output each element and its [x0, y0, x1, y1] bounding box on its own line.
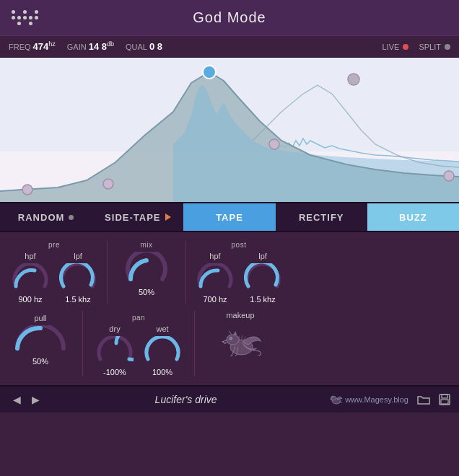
wet-arc-svg: [144, 336, 181, 362]
logo-dot: [35, 16, 38, 19]
mix-label: mix: [140, 241, 152, 249]
eq-handle-4: [348, 74, 359, 85]
freq-label: FREQ: [9, 43, 31, 51]
logo-dot: [17, 10, 21, 14]
live-label: LIVE: [382, 43, 409, 51]
bottom-bar: ◀ ▶ Lucifer's drive www.Magesy.blog: [0, 385, 459, 413]
pre-hpf-arc-svg: [12, 263, 49, 289]
dry-arc-svg: [96, 336, 134, 362]
logo-dot: [17, 22, 21, 25]
pre-lpf-arc-svg: [59, 263, 97, 289]
svg-point-4: [230, 338, 232, 340]
pre-lpf-group: lpf 1.5 khz: [59, 252, 97, 304]
pre-knob-row: hpf 900 hz lpf 1.5 khz: [12, 252, 97, 304]
eq-handle-5: [444, 171, 454, 181]
controls-row1: pre hpf 900 hz lpf: [0, 232, 459, 311]
wet-knob[interactable]: [144, 336, 181, 366]
controls-row2: pull 50% pan dry -100%: [0, 311, 459, 385]
eq-handle-1: [22, 185, 32, 195]
tab-sidetape[interactable]: SIDE-TAPE: [92, 203, 183, 231]
tab-sidetape-label: SIDE-TAPE: [105, 212, 160, 223]
split-indicator: [445, 44, 450, 50]
mix-arc-svg: [125, 252, 168, 282]
logo-dot: [35, 10, 38, 14]
bottom-right: www.Magesy.blog: [328, 393, 450, 406]
pre-lpf-label: lpf: [74, 252, 82, 260]
gain-label: GAIN: [67, 43, 87, 51]
tab-rectify-label: RECTIFY: [299, 212, 344, 223]
makeup-section: makeup: [215, 311, 266, 362]
post-knob-row: hpf 700 hz lpf 1.5 khz: [196, 252, 281, 304]
logo-dot: [23, 16, 27, 19]
post-hpf-label: hpf: [209, 252, 220, 260]
logo-dot: [29, 16, 32, 19]
post-lpf-group: lpf 1.5 khz: [244, 252, 281, 304]
post-label: post: [232, 241, 247, 249]
tab-bar: RANDOM SIDE-TAPE TAPE RECTIFY BUZZ: [0, 202, 459, 232]
logo-dot: [29, 10, 32, 14]
pre-hpf-knob[interactable]: [12, 263, 49, 294]
pan-label: pan: [132, 314, 145, 322]
svg-point-7: [332, 397, 333, 398]
status-bar: FREQ 474hz GAIN 14 8db QUAL 0 8 LIVE SPL…: [0, 36, 459, 58]
post-lpf-label: lpf: [258, 252, 267, 260]
dry-label: dry: [109, 325, 120, 333]
pre-label: pre: [48, 241, 60, 249]
tab-tape[interactable]: TAPE: [183, 203, 275, 231]
pan-section: pan dry -100% wet: [96, 314, 181, 376]
post-lpf-value: 1.5 khz: [250, 295, 275, 304]
logo-dot: [23, 22, 27, 25]
logo-dot: [35, 22, 38, 25]
pull-label: pull: [34, 314, 46, 322]
eq-display[interactable]: [0, 58, 459, 202]
dry-value: -100%: [103, 368, 126, 376]
wet-value: 100%: [152, 368, 172, 376]
makeup-label: makeup: [226, 311, 254, 319]
pull-value: 50%: [32, 357, 48, 366]
preset-name: Lucifer's drive: [43, 394, 328, 405]
eq-handle-peak: [203, 66, 216, 79]
pre-hpf-value: 900 hz: [18, 295, 42, 304]
dry-knob-group: dry -100%: [96, 325, 134, 376]
pull-arc-svg: [12, 325, 69, 351]
mix-section: mix 50%: [125, 241, 168, 296]
qual-value: 0 8: [149, 41, 162, 52]
live-indicator: [403, 44, 408, 50]
pull-knob[interactable]: [12, 325, 69, 356]
eq-curve-svg: [0, 58, 459, 202]
pull-section: pull 50%: [12, 314, 69, 366]
pre-hpf-group: hpf 900 hz: [12, 252, 49, 304]
save-icon[interactable]: [439, 394, 450, 405]
random-dot-indicator: [69, 215, 74, 220]
post-hpf-knob[interactable]: [196, 263, 234, 294]
tab-buzz-label: BUZZ: [399, 212, 427, 223]
post-hpf-value: 700 hz: [203, 295, 227, 304]
wet-knob-group: wet 100%: [144, 325, 181, 376]
pre-lpf-knob[interactable]: [59, 263, 97, 294]
divider-3: [82, 311, 83, 376]
post-hpf-arc-svg: [196, 263, 234, 289]
svg-point-3: [227, 335, 240, 345]
split-label: SPLIT: [419, 43, 450, 51]
tab-buzz[interactable]: BUZZ: [367, 203, 459, 231]
makeup-dragon-icon: [215, 322, 266, 362]
magesy-url: www.Magesy.blog: [345, 395, 408, 404]
folder-icon[interactable]: [417, 394, 430, 405]
pre-lpf-value: 1.5 khz: [65, 295, 90, 304]
gain-unit: db: [107, 40, 114, 48]
plugin-title: God Mode: [193, 9, 266, 26]
prev-preset-button[interactable]: ◀: [9, 392, 25, 407]
post-section: post hpf 700 hz lpf: [196, 241, 281, 304]
post-lpf-knob[interactable]: [244, 263, 281, 294]
logo-dot: [12, 22, 15, 25]
tab-rectify[interactable]: RECTIFY: [276, 203, 367, 231]
logo-dot: [29, 22, 32, 25]
wet-label: wet: [156, 325, 168, 333]
next-preset-button[interactable]: ▶: [27, 392, 43, 407]
eq-handle-2: [103, 179, 113, 189]
mix-knob[interactable]: [125, 252, 168, 286]
dry-knob[interactable]: [96, 336, 134, 366]
header: God Mode: [0, 0, 459, 36]
svg-rect-10: [441, 400, 448, 404]
tab-random[interactable]: RANDOM: [0, 203, 92, 231]
